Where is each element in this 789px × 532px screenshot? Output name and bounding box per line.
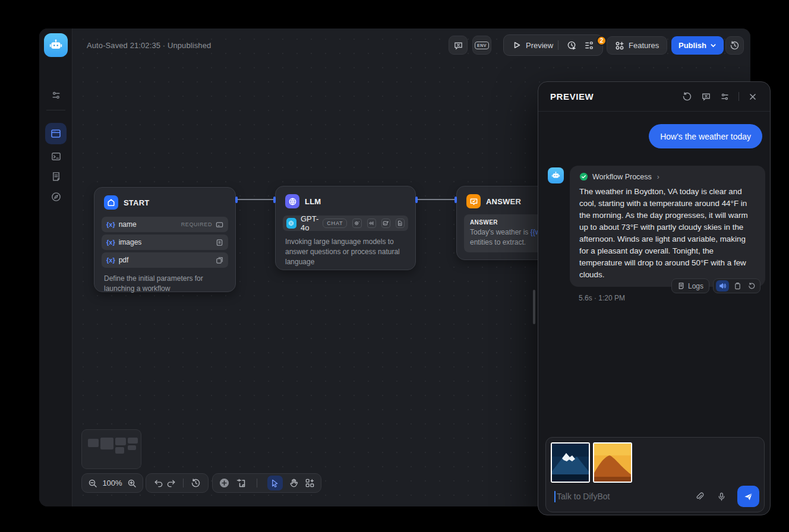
restart-conversation-button[interactable] — [681, 91, 692, 102]
file-field-icon — [216, 256, 223, 264]
undo-icon[interactable] — [153, 478, 163, 488]
audio-icon — [367, 218, 376, 228]
logs-button[interactable]: Logs — [671, 278, 709, 293]
zoom-out-icon[interactable] — [88, 479, 97, 488]
node-start[interactable]: START {x} name REQUIRED {x} images {x} p… — [94, 187, 236, 292]
sidebar-item-orchestrate[interactable] — [45, 123, 67, 144]
llm-model-name: GPT-4o — [301, 214, 318, 232]
play-icon — [513, 41, 521, 49]
terminal-icon — [51, 151, 62, 162]
run-preview-group: Preview 2 — [503, 34, 603, 56]
node-start-description: Define the initial parameters for launch… — [94, 268, 235, 302]
organize-layout-icon[interactable] — [305, 478, 315, 488]
version-history-button[interactable] — [725, 36, 744, 55]
voice-input-button[interactable] — [715, 490, 727, 502]
autosave-status: Auto-Saved 21:02:35 · Unpublished — [87, 41, 211, 50]
publish-button[interactable]: Publish — [671, 36, 724, 55]
change-history-icon[interactable] — [191, 478, 201, 488]
llm-brain-icon — [285, 194, 299, 208]
robot-icon — [551, 170, 561, 180]
app-settings-button[interactable] — [50, 89, 62, 101]
sliders-icon — [720, 92, 730, 102]
preview-run-button[interactable]: Preview — [504, 41, 553, 50]
pointer-tool-button[interactable] — [267, 476, 283, 490]
env-icon: ENV — [475, 42, 489, 49]
required-tag: REQUIRED — [181, 221, 212, 227]
node-llm[interactable]: LLM GPT-4o CHAT Invoking large language … — [275, 186, 416, 270]
start-field-images[interactable]: {x} images — [102, 235, 228, 250]
preview-panel: PREVIEW How's the weather today — [538, 81, 771, 515]
add-note-icon[interactable] — [236, 478, 247, 489]
orange-mountain-thumbnail[interactable] — [593, 442, 632, 483]
edge-start-llm — [237, 199, 274, 200]
logs-document-icon — [51, 171, 62, 182]
bot-message-card: Workflow Process › The weather in Boydto… — [570, 166, 765, 287]
bot-message-text: The weather in Boydton, VA today is clea… — [570, 185, 765, 281]
start-field-pdf[interactable]: {x} pdf — [102, 252, 228, 268]
text-to-speech-button[interactable] — [716, 280, 729, 292]
sidebar-item-logs[interactable] — [50, 170, 62, 182]
zoom-in-icon[interactable] — [127, 479, 137, 488]
sidebar-divider — [46, 110, 65, 110]
close-preview-button[interactable] — [747, 91, 758, 102]
speaker-icon — [719, 282, 727, 290]
document-icon — [396, 218, 405, 228]
history-clock-icon — [730, 40, 740, 50]
features-icon — [615, 41, 624, 50]
hand-tool-icon[interactable] — [289, 478, 299, 488]
message-meta: 5.6s · 1:20 PM — [579, 294, 625, 302]
workflow-process-toggle[interactable]: Workflow Process › — [570, 166, 765, 185]
sliders-icon — [51, 90, 61, 100]
orchestrate-window-icon — [50, 128, 62, 140]
sidebar-item-api[interactable] — [50, 150, 62, 162]
send-button[interactable] — [737, 486, 759, 507]
blue-mountain-thumbnail[interactable] — [551, 442, 590, 483]
send-icon — [743, 492, 753, 502]
openai-icon — [286, 218, 296, 229]
start-output-port[interactable] — [235, 197, 238, 203]
features-button[interactable]: Features — [607, 36, 667, 55]
minimap[interactable] — [81, 429, 141, 469]
llm-output-port[interactable] — [415, 197, 418, 203]
paperclip-icon — [695, 492, 705, 502]
sidebar-item-monitoring[interactable] — [50, 191, 62, 202]
chat-annotation-button[interactable] — [449, 36, 468, 55]
publish-label: Publish — [678, 41, 706, 50]
start-field-name[interactable]: {x} name REQUIRED — [102, 217, 228, 232]
clear-chat-button[interactable] — [700, 91, 711, 102]
llm-model-selector[interactable]: GPT-4o CHAT — [283, 216, 408, 231]
microphone-icon — [717, 492, 727, 502]
zoom-level[interactable]: 100% — [102, 479, 122, 487]
zoom-control: 100% — [81, 473, 143, 493]
node-start-title: START — [124, 198, 149, 207]
logs-document-icon — [677, 282, 685, 290]
regenerate-button[interactable] — [746, 280, 758, 292]
chevron-right-icon: › — [657, 173, 659, 181]
sidebar — [39, 28, 72, 506]
preview-panel-title: PREVIEW — [550, 91, 673, 102]
node-llm-description: Invoking large language models to answer… — [276, 231, 415, 276]
chat-settings-button[interactable] — [719, 91, 730, 102]
chat-input[interactable] — [557, 492, 693, 501]
vision-icon — [352, 218, 361, 228]
canvas-scrollbar[interactable] — [533, 290, 535, 324]
clock-play-icon — [567, 40, 577, 50]
checklist-count-badge: 2 — [597, 36, 607, 46]
run-history-button[interactable] — [563, 40, 580, 50]
environment-variables-button[interactable]: ENV — [472, 36, 491, 55]
chevron-down-icon — [710, 42, 717, 49]
text-caret — [554, 491, 556, 502]
node-llm-title: LLM — [305, 197, 321, 206]
autosave-text: Auto-Saved 21:02:35 — [87, 41, 160, 50]
llm-input-port[interactable] — [273, 197, 276, 203]
chat-x-icon — [701, 91, 711, 102]
checklist-button[interactable]: 2 — [580, 40, 602, 50]
copy-button[interactable] — [731, 280, 743, 292]
answer-input-port[interactable] — [455, 197, 457, 203]
canvas-tools — [212, 473, 321, 493]
bot-avatar — [548, 167, 564, 183]
redo-icon[interactable] — [166, 478, 176, 488]
app-avatar[interactable] — [44, 33, 68, 57]
add-node-icon[interactable] — [219, 477, 230, 489]
attach-file-button[interactable] — [693, 490, 705, 502]
